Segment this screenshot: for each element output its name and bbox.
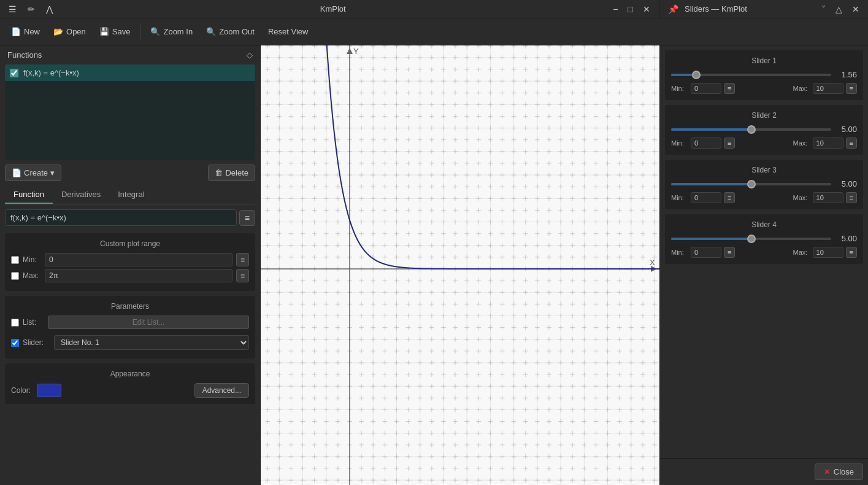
reset-view-label: Reset View [268,27,309,36]
slider-3-title: Slider 3 [671,166,857,174]
slider-select[interactable]: Slider No. 1 Slider No. 2 Slider No. 3 S… [54,335,249,350]
delete-button[interactable]: 🗑 Delete [208,165,255,181]
slider-4-value: 5.00 [835,234,857,243]
appearance-title: Appearance [11,370,249,378]
slider-2-max-input[interactable] [813,138,843,149]
slider-close-icon: ✕ [852,4,859,14]
new-label: New [24,27,40,36]
zoom-in-label: Zoom In [163,27,193,36]
slider-4-min-btn[interactable]: ≡ [724,247,735,258]
max-range-btn[interactable]: ≡ [236,269,249,282]
zoom-out-button[interactable]: 🔍 Zoom Out [200,25,261,39]
graph-canvas [261,45,659,485]
slider-minimize-icon: ˅ [821,4,826,14]
save-button[interactable]: 💾 Save [93,25,137,39]
main-title: KmPlot [60,4,605,14]
slider-1-max-label: Max: [793,85,810,92]
function-item[interactable]: f(x,k) = e^(−k•x) [5,64,255,81]
color-swatch[interactable] [37,384,61,397]
max-range-label: Max: [23,271,41,280]
slider-2-max-label: Max: [793,139,810,147]
edit-icon: ✏ [28,4,35,14]
slider-1-max-input[interactable] [813,83,843,94]
close-icon: ✕ [824,467,831,476]
slider-4-min-label: Min: [671,249,688,256]
list-label: List: [23,318,44,327]
slider-3-value: 5.00 [835,179,857,188]
function-expression-input[interactable] [5,209,237,226]
panel-options-icon[interactable]: ◇ [247,50,253,60]
edit-list-button[interactable]: Edit List... [48,316,249,329]
list-checkbox[interactable] [11,319,19,327]
create-label: Create [24,168,48,177]
function-checkbox[interactable] [10,69,18,77]
delete-label: Delete [225,168,248,177]
slider-4-track[interactable] [671,238,831,240]
close-button[interactable]: ✕ Close [815,464,863,480]
slider-1-min-btn[interactable]: ≡ [724,83,735,94]
max-range-input[interactable] [45,269,232,282]
hamburger-icon: ☰ [9,4,17,14]
create-button[interactable]: 📄 Create ▾ [5,165,61,181]
close-label: Close [834,467,854,476]
slider-block-2: Slider 2 5.00 Min: ≡ Max: [665,105,863,155]
slider-3-min-btn[interactable]: ≡ [724,192,735,203]
hamburger-menu[interactable]: ☰ [5,4,20,15]
slider-2-min-btn[interactable]: ≡ [724,138,735,149]
zoom-in-button[interactable]: 🔍 Zoom In [144,25,199,39]
slider-2-track[interactable] [671,128,831,131]
advanced-button[interactable]: Advanced... [194,383,249,398]
min-range-checkbox[interactable] [11,256,19,264]
collapse-btn[interactable]: ⋀ [42,4,56,15]
slider-3-max-input[interactable] [813,192,843,203]
slider-maximize-btn[interactable]: △ [832,4,846,15]
edit-btn[interactable]: ✏ [24,4,39,15]
slider-checkbox[interactable] [11,339,19,347]
max-range-checkbox[interactable] [11,272,19,280]
slider-minimize-btn[interactable]: ˅ [818,4,829,15]
slider-4-max-btn[interactable]: ≡ [846,247,857,258]
maximize-icon: □ [628,4,633,14]
close-window-icon: ✕ [643,4,650,14]
slider-2-value: 5.00 [835,125,857,134]
open-label: Open [66,27,86,36]
slider-close-btn[interactable]: ✕ [848,4,863,15]
minimize-btn[interactable]: − [609,4,621,15]
slider-param-label: Slider: [23,338,50,347]
min-range-btn[interactable]: ≡ [236,253,249,266]
maximize-btn[interactable]: □ [624,4,637,15]
slider-2-min-input[interactable] [691,138,721,149]
pin-btn[interactable]: 📌 [664,4,682,15]
slider-1-min-label: Min: [671,85,688,92]
function-expression-btn[interactable]: ≡ [239,210,255,226]
slider-block-1: Slider 1 1.56 Min: ≡ Max: [665,50,863,100]
new-button[interactable]: 📄 New [5,25,46,39]
min-range-input[interactable] [45,253,232,266]
slider-4-min-input[interactable] [691,247,721,258]
slider-3-max-btn[interactable]: ≡ [846,192,857,203]
tab-derivatives[interactable]: Derivatives [53,186,109,204]
slider-2-max-btn[interactable]: ≡ [846,138,857,149]
slider-3-min-input[interactable] [691,192,721,203]
collapse-icon: ⋀ [46,4,53,14]
slider-2-min-label: Min: [671,139,688,147]
open-button[interactable]: 📂 Open [47,25,92,39]
slider-1-max-btn[interactable]: ≡ [846,83,857,94]
create-icon: 📄 [12,168,21,177]
slider-1-track[interactable] [671,74,831,76]
slider-4-max-input[interactable] [813,247,843,258]
slider-3-track[interactable] [671,183,831,185]
tab-function[interactable]: Function [5,186,53,204]
close-window-btn[interactable]: ✕ [639,4,654,15]
graph-area[interactable] [261,45,659,485]
functions-title: Functions [7,50,42,60]
slider-1-min-input[interactable] [691,83,721,94]
save-icon: 💾 [99,27,109,36]
save-label: Save [112,27,131,36]
sliders-title: Sliders — KmPlot [685,4,815,14]
slider-maximize-icon: △ [835,4,842,14]
color-label: Color: [11,386,31,395]
reset-view-button[interactable]: Reset View [262,25,315,39]
slider-2-title: Slider 2 [671,111,857,120]
tab-integral[interactable]: Integral [109,186,153,204]
